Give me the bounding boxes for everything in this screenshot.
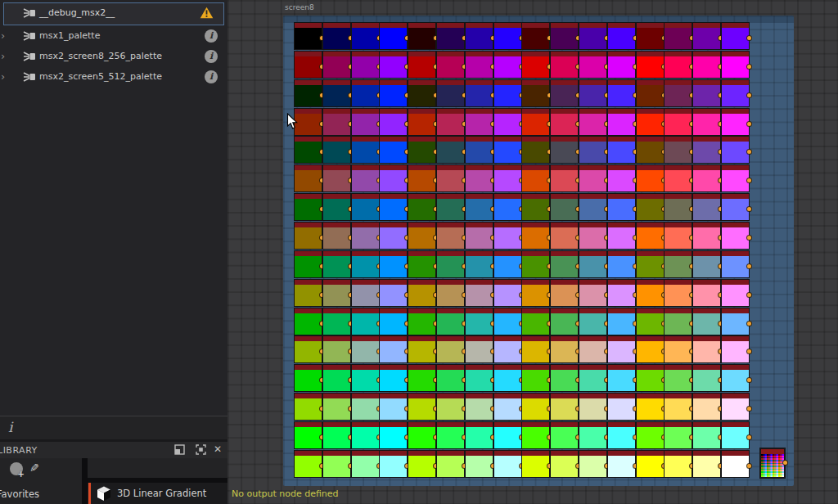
palette-node[interactable]: [295, 422, 322, 448]
palette-node[interactable]: [693, 308, 720, 335]
palette-node[interactable]: [466, 137, 493, 163]
palette-node[interactable]: [722, 394, 749, 420]
output-connector-dot[interactable]: [747, 322, 751, 326]
palette-node[interactable]: [323, 422, 350, 448]
palette-node[interactable]: [579, 422, 606, 448]
palette-node[interactable]: [522, 80, 549, 106]
palette-node[interactable]: [551, 80, 578, 106]
palette-node[interactable]: [323, 308, 350, 335]
graph-canvas[interactable]: screen8 No output node defined: [228, 0, 838, 504]
palette-node[interactable]: [522, 165, 549, 191]
palette-node[interactable]: [637, 165, 664, 191]
palette-node[interactable]: [437, 394, 464, 420]
palette-node[interactable]: [494, 451, 521, 477]
palette-node[interactable]: [665, 165, 692, 191]
palette-node[interactable]: [608, 165, 635, 191]
palette-node[interactable]: [494, 194, 521, 220]
palette-node[interactable]: [522, 109, 549, 135]
graph-list-item-msx2-screen8[interactable]: › msx2_screen8_256_palette i: [0, 47, 228, 67]
palette-node[interactable]: [665, 251, 692, 277]
palette-node[interactable]: [380, 451, 407, 477]
palette-thumbnail-node[interactable]: [761, 449, 784, 477]
palette-node[interactable]: [352, 52, 379, 78]
palette-node[interactable]: [466, 109, 493, 135]
palette-node[interactable]: [323, 251, 350, 277]
palette-node[interactable]: [637, 223, 664, 249]
palette-node[interactable]: [551, 137, 578, 163]
palette-node[interactable]: [551, 308, 578, 335]
palette-node[interactable]: [380, 365, 407, 391]
palette-node[interactable]: [693, 80, 720, 106]
palette-node[interactable]: [494, 23, 521, 49]
palette-node[interactable]: [579, 280, 606, 306]
palette-node[interactable]: [295, 109, 322, 135]
output-connector-dot[interactable]: [747, 236, 751, 240]
output-connector-dot[interactable]: [747, 122, 751, 126]
palette-node[interactable]: [295, 223, 322, 249]
palette-node[interactable]: [579, 223, 606, 249]
palette-node[interactable]: [408, 251, 435, 277]
palette-node[interactable]: [408, 137, 435, 163]
palette-node[interactable]: [466, 52, 493, 78]
output-connector-dot[interactable]: [747, 435, 751, 439]
palette-node[interactable]: [551, 52, 578, 78]
palette-node[interactable]: [408, 23, 435, 49]
palette-node[interactable]: [352, 394, 379, 420]
output-connector-dot[interactable]: [747, 264, 751, 268]
graph-list-item-msx2-screen5[interactable]: › msx2_screen5_512_palette i: [0, 67, 228, 88]
palette-node[interactable]: [579, 451, 606, 477]
palette-node[interactable]: [437, 280, 464, 306]
palette-node[interactable]: [323, 336, 350, 362]
palette-node[interactable]: [295, 137, 322, 163]
palette-node[interactable]: [323, 223, 350, 249]
palette-node[interactable]: [494, 251, 521, 277]
palette-node[interactable]: [665, 451, 692, 477]
palette-node[interactable]: [722, 365, 749, 391]
palette-node[interactable]: [295, 52, 322, 78]
palette-node[interactable]: [693, 109, 720, 135]
palette-node[interactable]: [323, 451, 350, 477]
palette-node[interactable]: [551, 109, 578, 135]
palette-node[interactable]: [352, 80, 379, 106]
palette-node[interactable]: [522, 336, 549, 362]
palette-node[interactable]: [466, 365, 493, 391]
palette-node[interactable]: [551, 365, 578, 391]
palette-node[interactable]: [437, 251, 464, 277]
palette-node[interactable]: [408, 280, 435, 306]
palette-node[interactable]: [522, 451, 549, 477]
palette-node[interactable]: [608, 194, 635, 220]
palette-node[interactable]: [408, 223, 435, 249]
palette-node[interactable]: [522, 52, 549, 78]
palette-node[interactable]: [608, 394, 635, 420]
palette-node[interactable]: [494, 80, 521, 106]
palette-node[interactable]: [608, 365, 635, 391]
palette-node[interactable]: [722, 251, 749, 277]
palette-node[interactable]: [608, 23, 635, 49]
palette-node[interactable]: [722, 451, 749, 477]
palette-node[interactable]: [637, 109, 664, 135]
palette-node[interactable]: [665, 308, 692, 335]
palette-node[interactable]: [466, 394, 493, 420]
palette-node[interactable]: [722, 165, 749, 191]
palette-node[interactable]: [693, 451, 720, 477]
palette-node[interactable]: [665, 194, 692, 220]
palette-node[interactable]: [466, 194, 493, 220]
palette-node[interactable]: [551, 280, 578, 306]
palette-node[interactable]: [408, 80, 435, 106]
palette-node[interactable]: [494, 280, 521, 306]
palette-node[interactable]: [494, 308, 521, 335]
palette-node[interactable]: [494, 109, 521, 135]
palette-node[interactable]: [437, 365, 464, 391]
output-connector-dot[interactable]: [747, 293, 751, 297]
graph-list-item-debug-msx2[interactable]: __debug_msx2__: [3, 2, 224, 25]
palette-node[interactable]: [408, 109, 435, 135]
palette-node[interactable]: [722, 23, 749, 49]
palette-node[interactable]: [693, 52, 720, 78]
palette-node[interactable]: [295, 194, 322, 220]
palette-node[interactable]: [295, 394, 322, 420]
palette-node[interactable]: [522, 308, 549, 335]
palette-node[interactable]: [522, 194, 549, 220]
palette-node[interactable]: [522, 365, 549, 391]
palette-node[interactable]: [579, 23, 606, 49]
palette-node[interactable]: [380, 80, 407, 106]
